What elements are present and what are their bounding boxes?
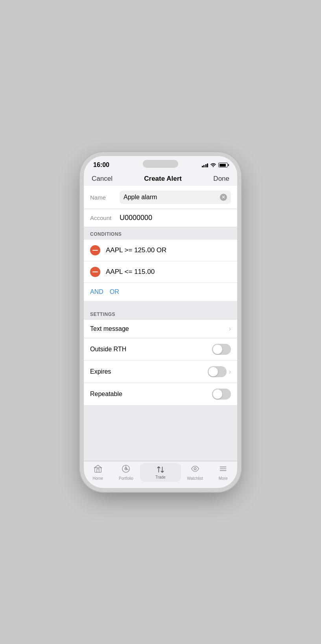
expires-toggle[interactable] <box>208 366 227 377</box>
and-button[interactable]: AND <box>90 288 103 295</box>
portfolio-icon <box>122 464 130 475</box>
outside-rth-label: Outside RTH <box>90 346 212 353</box>
home-icon <box>94 464 102 475</box>
conditions-header-text: CONDITIONS <box>90 231 122 237</box>
status-icons <box>202 162 228 168</box>
outside-rth-toggle[interactable] <box>212 344 231 355</box>
name-section: Name ✕ Account U0000000 <box>84 186 237 227</box>
trade-icon <box>156 465 165 474</box>
settings-header-text: SETTINGS <box>90 312 115 317</box>
name-label: Name <box>90 194 120 201</box>
content: Name ✕ Account U0000000 CONDITIONS AAPL … <box>84 186 237 461</box>
condition-2-text: AAPL <= 115.00 <box>106 268 155 276</box>
repeatable-toggle[interactable] <box>212 389 231 400</box>
tab-more[interactable]: More <box>209 464 237 482</box>
account-value: U0000000 <box>120 214 231 222</box>
tab-portfolio-label: Portfolio <box>119 476 133 481</box>
clear-name-button[interactable]: ✕ <box>220 194 227 201</box>
battery-icon <box>218 163 228 167</box>
svg-rect-0 <box>95 468 101 472</box>
tab-portfolio[interactable]: Portfolio <box>112 464 140 482</box>
watchlist-icon <box>191 464 199 475</box>
text-message-label: Text message <box>90 325 229 332</box>
remove-condition-1-button[interactable] <box>90 245 100 255</box>
and-or-row: AND OR <box>84 283 237 301</box>
expires-label: Expires <box>90 368 208 375</box>
remove-condition-2-button[interactable] <box>90 267 100 277</box>
outside-rth-row: Outside RTH <box>84 338 237 361</box>
nav-bar: Cancel Create Alert Done <box>84 171 237 186</box>
tab-more-label: More <box>219 476 228 481</box>
name-row: Name ✕ <box>84 186 237 209</box>
settings-header: SETTINGS <box>84 307 237 320</box>
tab-home[interactable]: Home <box>84 464 112 482</box>
cancel-button[interactable]: Cancel <box>92 175 113 183</box>
expires-chevron-icon: › <box>229 368 231 375</box>
account-label: Account <box>90 215 120 221</box>
condition-row-1: AAPL >= 125.00 OR <box>84 240 237 261</box>
repeatable-row: Repeatable <box>84 383 237 405</box>
tab-bar: Home Portfolio Trade <box>84 461 237 488</box>
svg-point-3 <box>194 468 196 470</box>
more-icon <box>219 464 227 475</box>
conditions-header: CONDITIONS <box>84 227 237 240</box>
tab-trade[interactable]: Trade <box>140 463 181 482</box>
tab-trade-label: Trade <box>155 475 166 479</box>
text-message-chevron-icon: › <box>229 325 231 332</box>
tab-home-label: Home <box>92 476 103 481</box>
expires-row: Expires › <box>84 361 237 383</box>
tab-watchlist-label: Watchlist <box>187 476 203 481</box>
text-message-row[interactable]: Text message › <box>84 320 237 338</box>
page-title: Create Alert <box>144 175 182 183</box>
done-button[interactable]: Done <box>213 175 229 183</box>
empty-area <box>84 405 237 461</box>
expires-controls: › <box>208 366 231 377</box>
name-input[interactable] <box>124 194 220 201</box>
spacer-1 <box>84 301 237 307</box>
wifi-icon <box>210 162 216 168</box>
account-row: Account U0000000 <box>84 209 237 227</box>
condition-row-2: AAPL <= 115.00 <box>84 261 237 283</box>
or-button[interactable]: OR <box>110 288 119 295</box>
tab-watchlist[interactable]: Watchlist <box>181 464 209 482</box>
name-input-wrapper[interactable]: ✕ <box>120 191 231 204</box>
signal-icon <box>202 163 208 167</box>
condition-1-text: AAPL >= 125.00 OR <box>106 246 166 254</box>
repeatable-label: Repeatable <box>90 391 212 398</box>
status-time: 16:00 <box>93 161 109 169</box>
notch <box>143 160 178 168</box>
phone-shell: 16:00 Cancel Create Alert Done Name <box>84 156 237 488</box>
